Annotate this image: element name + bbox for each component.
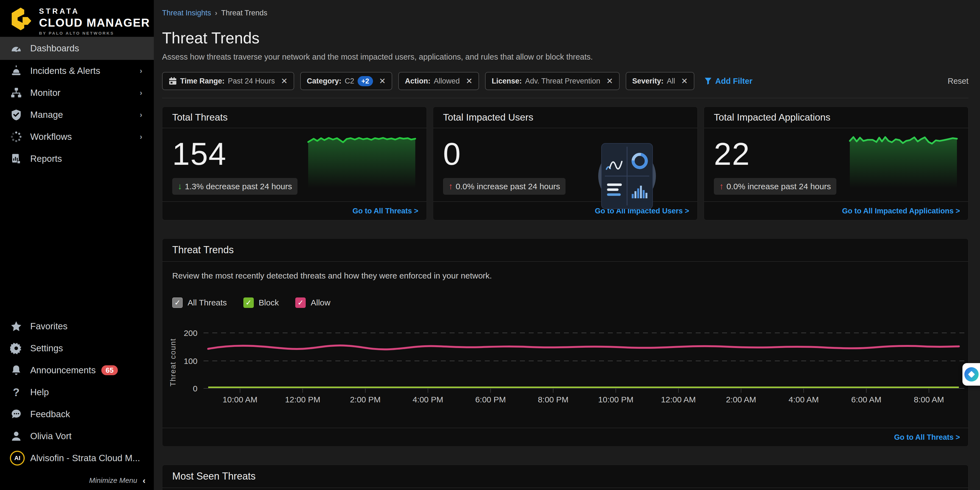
gear-icon — [10, 342, 22, 355]
more-values-badge[interactable]: +2 — [358, 76, 373, 86]
person-icon — [10, 430, 22, 442]
total-threats-card: Total Threats 154 ↓ 1.3% decrease past 2… — [162, 107, 427, 220]
series-allow-line — [208, 345, 959, 349]
sidebar-item-label: Announcements — [30, 365, 96, 375]
total-impacted-applications-sparkline — [848, 133, 958, 191]
delta-badge: ↓ 1.3% decrease past 24 hours — [172, 178, 298, 195]
delta-text: 1.3% decrease past 24 hours — [185, 182, 292, 191]
chevron-right-icon: › — [140, 67, 142, 75]
total-impacted-applications-card: Total Impacted Applications 22 ↑ 0.0% in… — [704, 107, 969, 220]
sidebar-item-user[interactable]: Olivia Vort — [0, 425, 154, 447]
y-tick-200: 200 — [184, 328, 197, 337]
close-icon[interactable]: ✕ — [681, 76, 688, 86]
filter-value: Past 24 Hours — [228, 77, 275, 86]
svg-text:4:00 AM: 4:00 AM — [789, 395, 819, 404]
brand-line1: STRATA — [39, 8, 150, 15]
sidebar-item-dashboards[interactable]: Dashboards — [0, 37, 154, 60]
filter-label: Action: — [405, 77, 430, 86]
sidebar-item-label: Manage — [30, 110, 63, 120]
filter-label: Time Range: — [180, 77, 225, 86]
sidebar-item-workflows[interactable]: Workflows › — [0, 126, 154, 148]
close-icon[interactable]: ✕ — [606, 76, 613, 86]
sidebar-item-settings[interactable]: Settings — [0, 337, 154, 359]
card-title: Total Impacted Applications — [714, 112, 830, 123]
svg-text:10:00 PM: 10:00 PM — [598, 395, 633, 404]
sidebar-item-label: Feedback — [30, 409, 70, 419]
filter-chip-severity[interactable]: Severity: All ✕ — [626, 72, 694, 90]
breadcrumb-current: Threat Trends — [221, 9, 267, 17]
strata-logo-icon — [10, 7, 33, 31]
card-title: Total Impacted Users — [443, 112, 533, 123]
funnel-icon — [704, 77, 712, 85]
tenant-avatar: AI — [10, 451, 25, 466]
sidebar-item-monitor[interactable]: Monitor › — [0, 82, 154, 104]
svg-text:12:00 AM: 12:00 AM — [661, 395, 696, 404]
chevron-right-icon: › — [140, 132, 142, 141]
minimize-menu-button[interactable]: Minimize Menu ‹ — [0, 471, 154, 490]
go-to-all-threats-link[interactable]: Go to All Threats > — [894, 433, 960, 442]
sidebar-item-reports[interactable]: Reports — [0, 148, 154, 170]
sidebar-footer-nav: Favorites Settings Announcements 65 ? He… — [0, 315, 154, 469]
sidebar-item-label: Incidents & Alerts — [30, 66, 100, 76]
spinner-icon — [10, 130, 22, 143]
sidebar-item-announcements[interactable]: Announcements 65 — [0, 359, 154, 381]
filter-chip-action[interactable]: Action: Allowed ✕ — [398, 72, 479, 90]
sidebar-item-feedback[interactable]: Feedback — [0, 403, 154, 425]
threat-trends-line-chart: 200 100 0 Threat count — [162, 262, 968, 428]
page-subtitle: Assess how threats traverse your network… — [162, 52, 969, 62]
y-axis-label: Threat count — [169, 338, 177, 387]
x-tick-labels: 10:00 AM 12:00 PM 2:00 PM 4:00 PM 6:00 P… — [223, 395, 944, 404]
section-title: Threat Trends — [172, 244, 234, 256]
svg-text:6:00 AM: 6:00 AM — [851, 395, 881, 404]
svg-text:2:00 PM: 2:00 PM — [350, 395, 381, 404]
svg-text:2:00 AM: 2:00 AM — [726, 395, 756, 404]
most-seen-threats-card: Most Seen Threats — [162, 465, 969, 490]
sidebar: STRATA CLOUD MANAGER BY PALO ALTO NETWOR… — [0, 0, 154, 490]
sidebar-item-label: Olivia Vort — [30, 431, 72, 441]
total-impacted-users-card: Total Impacted Users 0 ↑ 0.0% increase p… — [433, 107, 698, 220]
sidebar-nav: Dashboards Incidents & Alerts › Monitor … — [0, 37, 154, 170]
add-filter-button[interactable]: Add Filter — [704, 76, 752, 86]
bell-icon — [10, 364, 22, 377]
close-icon[interactable]: ✕ — [281, 76, 288, 86]
svg-text:4:00 PM: 4:00 PM — [412, 395, 443, 404]
filter-chip-license[interactable]: License: Adv. Threat Prevention ✕ — [485, 72, 620, 90]
delta-text: 0.0% increase past 24 hours — [727, 182, 831, 191]
svg-text:8:00 PM: 8:00 PM — [538, 395, 568, 404]
filter-chip-category[interactable]: Category: C2 +2 ✕ — [300, 72, 392, 90]
report-icon — [10, 153, 22, 165]
go-to-all-threats-link[interactable]: Go to All Threats > — [352, 207, 418, 215]
sidebar-item-label: Alvisofin - Strata Cloud M... — [30, 453, 140, 463]
go-to-all-impacted-applications-link[interactable]: Go to All Impacted Applications > — [842, 207, 960, 215]
svg-text:8:00 AM: 8:00 AM — [914, 395, 944, 404]
charts-panel-icon — [601, 143, 653, 209]
y-tick-100: 100 — [184, 356, 197, 366]
sidebar-item-help[interactable]: ? Help — [0, 381, 154, 403]
sidebar-item-manage[interactable]: Manage › — [0, 104, 154, 126]
alarm-icon — [10, 65, 22, 77]
filter-chip-time-range[interactable]: Time Range: Past 24 Hours ✕ — [162, 72, 294, 90]
svg-text:10:00 AM: 10:00 AM — [223, 395, 258, 404]
copilot-assistant-tab[interactable] — [963, 363, 980, 386]
sidebar-item-label: Monitor — [30, 88, 60, 98]
sidebar-item-incidents-alerts[interactable]: Incidents & Alerts › — [0, 60, 154, 82]
filter-value: C2 — [345, 77, 354, 86]
sidebar-item-tenant[interactable]: AI Alvisofin - Strata Cloud M... — [0, 447, 154, 469]
sidebar-item-favorites[interactable]: Favorites — [0, 315, 154, 337]
chevron-right-icon: › — [140, 110, 142, 119]
gauge-icon — [10, 42, 22, 55]
filter-value: Adv. Threat Prevention — [525, 77, 600, 86]
breadcrumb: Threat Insights › Threat Trends — [162, 9, 969, 17]
close-icon[interactable]: ✕ — [466, 76, 473, 86]
filter-bar: Time Range: Past 24 Hours ✕ Category: C2… — [162, 72, 969, 98]
arrow-up-icon: ↑ — [719, 181, 724, 191]
close-icon[interactable]: ✕ — [379, 76, 386, 86]
empty-charts-illustration — [598, 138, 656, 214]
breadcrumb-threat-insights-link[interactable]: Threat Insights — [162, 9, 211, 17]
chevron-left-icon: ‹ — [143, 476, 146, 485]
sidebar-item-label: Favorites — [30, 321, 68, 331]
reset-filters-button[interactable]: Reset — [948, 76, 969, 86]
filter-value: Allowed — [434, 77, 460, 86]
brand-line3: BY PALO ALTO NETWORKS — [39, 31, 150, 35]
filter-label: Category: — [307, 77, 341, 86]
